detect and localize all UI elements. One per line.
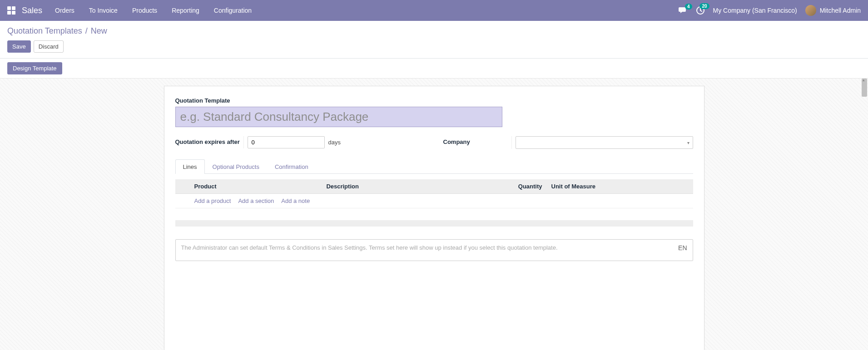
company-switcher[interactable]: My Company (San Francisco) — [713, 7, 797, 14]
add-product-link[interactable]: Add a product — [194, 197, 231, 204]
separator-band — [175, 220, 693, 227]
menu-reporting[interactable]: Reporting — [172, 7, 199, 14]
col-quantity: Quantity — [497, 179, 547, 194]
app-brand[interactable]: Sales — [22, 6, 42, 15]
control-panel: Quotation Templates / New Save Discard — [0, 21, 868, 59]
col-description: Description — [322, 179, 496, 194]
menu-products[interactable]: Products — [132, 7, 157, 14]
breadcrumb-parent[interactable]: Quotation Templates — [7, 26, 82, 35]
avatar — [805, 5, 816, 16]
top-navbar: Sales Orders To Invoice Products Reporti… — [0, 0, 868, 21]
terms-language-toggle[interactable]: EN — [678, 244, 687, 251]
add-section-link[interactable]: Add a section — [238, 197, 274, 204]
messages-icon[interactable]: 4 — [679, 6, 688, 15]
tabs: Lines Optional Products Confirmation — [175, 159, 693, 174]
user-menu[interactable]: Mitchell Admin — [805, 5, 861, 16]
title-label: Quotation Template — [175, 97, 693, 104]
menu-to-invoice[interactable]: To Invoice — [89, 7, 118, 14]
add-note-link[interactable]: Add a note — [281, 197, 310, 204]
activities-icon[interactable]: 20 — [696, 6, 705, 15]
breadcrumb: Quotation Templates / New — [7, 26, 861, 36]
status-bar: Design Template — [0, 59, 868, 79]
breadcrumb-separator: / — [85, 26, 88, 35]
expires-after-input[interactable] — [248, 136, 325, 148]
col-product: Product — [190, 179, 322, 194]
lines-table: Product Description Quantity Unit of Mea… — [175, 179, 693, 208]
terms-placeholder: The Administrator can set default Terms … — [181, 244, 558, 251]
apps-icon[interactable] — [7, 6, 15, 15]
tab-lines[interactable]: Lines — [175, 159, 205, 174]
expires-label: Quotation expires after — [175, 136, 243, 146]
breadcrumb-current: New — [91, 26, 107, 35]
company-select[interactable] — [516, 136, 693, 149]
quotation-template-name-input[interactable] — [175, 107, 502, 127]
menu-configuration[interactable]: Configuration — [214, 7, 252, 14]
tab-confirmation[interactable]: Confirmation — [267, 159, 316, 174]
save-button[interactable]: Save — [7, 40, 31, 53]
company-label: Company — [443, 136, 511, 146]
expires-unit: days — [328, 139, 341, 146]
tab-optional-products[interactable]: Optional Products — [205, 159, 267, 174]
vertical-scrollbar[interactable] — [861, 79, 868, 350]
messages-badge: 4 — [685, 4, 692, 10]
activities-badge: 20 — [699, 3, 709, 9]
user-name: Mitchell Admin — [820, 7, 861, 14]
menu-orders[interactable]: Orders — [55, 7, 74, 14]
table-actions-row: Add a product Add a section Add a note — [175, 194, 693, 208]
form-sheet: Quotation Template Quotation expires aft… — [164, 86, 704, 350]
main-menu: Orders To Invoice Products Reporting Con… — [55, 7, 252, 14]
col-uom: Unit of Measure — [547, 179, 679, 194]
terms-textarea[interactable]: The Administrator can set default Terms … — [175, 239, 693, 261]
design-template-button[interactable]: Design Template — [7, 62, 62, 74]
discard-button[interactable]: Discard — [34, 40, 64, 53]
form-area: Quotation Template Quotation expires aft… — [0, 79, 868, 350]
